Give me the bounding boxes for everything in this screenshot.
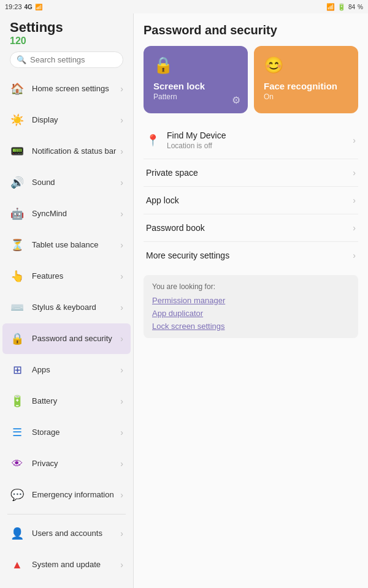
tablet-use-balance-arrow: › [120, 240, 123, 250]
users-accounts-icon: 👤 [9, 525, 26, 542]
system-update-icon: ▲ [9, 556, 26, 573]
apps-icon: ⊞ [9, 361, 26, 379]
list-items-container: 📍Find My DeviceLocation is off›Private s… [144, 122, 358, 269]
find-my-device-title: Find My Device [167, 130, 353, 140]
privacy-arrow: › [120, 459, 123, 469]
battery-label: Battery [32, 396, 120, 407]
home-screen-label: Home screen settings [32, 84, 120, 94]
users-accounts-arrow: › [120, 529, 123, 538]
display-label: Display [32, 115, 120, 126]
stylus-keyboard-icon: ⌨️ [9, 299, 26, 316]
sidebar-item-notification-status-bar[interactable]: 📟Notification & status bar› [2, 136, 131, 167]
private-space-arrow: › [353, 168, 356, 178]
sidebar-item-password-security[interactable]: 🔒Password and security› [2, 323, 131, 354]
card-grid: 🔒Screen lockPattern⚙😊Face recognitionOn [144, 46, 358, 113]
apps-arrow: › [120, 365, 123, 375]
stylus-keyboard-label: Stylus & keyboard [32, 303, 120, 313]
list-item-private-space[interactable]: Private space› [144, 159, 358, 187]
app-lock-content: App lock [146, 195, 353, 205]
sidebar-divider [7, 514, 126, 514]
tablet-use-balance-icon: ⏳ [9, 236, 26, 254]
more-security-title: More security settings [146, 251, 353, 260]
card-face-recognition-icon: 😊 [264, 56, 348, 75]
sound-label: Sound [32, 178, 120, 188]
password-book-title: Password book [146, 223, 353, 233]
main-container: Settings 120 🔍 🏠Home screen settings›☀️D… [0, 13, 368, 588]
sidebar-item-system-update[interactable]: ▲System and update› [2, 549, 131, 580]
sidebar-item-sound[interactable]: 🔊Sound› [2, 167, 131, 198]
find-my-device-icon: 📍 [146, 134, 159, 147]
storage-label: Storage [32, 428, 120, 438]
find-my-device-content: Find My DeviceLocation is off [167, 130, 353, 150]
list-item-find-my-device[interactable]: 📍Find My DeviceLocation is off› [144, 122, 358, 159]
sidebar-item-about-tablet[interactable]: ℹAbout tablet› [2, 581, 131, 588]
battery-icon: 🔋 [337, 3, 346, 11]
emergency-info-icon: 💬 [9, 486, 26, 503]
card-face-recognition-label: Face recognition [264, 81, 348, 91]
card-screen-lock-label: Screen lock [153, 81, 238, 91]
battery-icon: 🔋 [9, 393, 26, 410]
sidebar-subtitle: 120 [10, 36, 123, 47]
card-screen-lock[interactable]: 🔒Screen lockPattern⚙ [144, 46, 248, 113]
private-space-title: Private space [146, 168, 353, 178]
sidebar-items-container: 🏠Home screen settings›☀️Display›📟Notific… [0, 73, 133, 588]
battery-arrow: › [120, 396, 123, 406]
find-my-device-arrow: › [353, 135, 356, 145]
status-bar: 19:23 4G 📶 📶 🔋 84% [0, 0, 368, 13]
privacy-label: Privacy [32, 459, 120, 469]
suggestion-link-0[interactable]: Permission manager [152, 296, 350, 305]
status-time: 19:23 [5, 3, 22, 10]
sidebar-item-stylus-keyboard[interactable]: ⌨️Stylus & keyboard› [2, 292, 131, 323]
more-security-content: More security settings [146, 251, 353, 260]
network-indicator: 4G [25, 4, 33, 10]
list-item-app-lock[interactable]: App lock› [144, 187, 358, 214]
sidebar-item-emergency-info[interactable]: 💬Emergency information› [2, 480, 131, 510]
sidebar: Settings 120 🔍 🏠Home screen settings›☀️D… [0, 13, 134, 588]
password-security-arrow: › [120, 334, 123, 344]
sound-icon: 🔊 [9, 174, 26, 191]
privacy-icon: 👁 [9, 455, 26, 472]
sidebar-item-battery[interactable]: 🔋Battery› [2, 386, 131, 417]
apps-label: Apps [32, 365, 120, 375]
more-security-arrow: › [353, 251, 356, 260]
system-update-label: System and update [32, 560, 120, 570]
private-space-content: Private space [146, 168, 353, 178]
sound-arrow: › [120, 178, 123, 187]
sidebar-item-privacy[interactable]: 👁Privacy› [2, 448, 131, 479]
sidebar-item-display[interactable]: ☀️Display› [2, 105, 131, 135]
storage-arrow: › [120, 428, 123, 437]
app-lock-arrow: › [353, 195, 356, 205]
sidebar-item-storage[interactable]: ☰Storage› [2, 417, 131, 448]
syncmind-icon: 🤖 [9, 205, 26, 222]
battery-level: 84 [348, 4, 355, 10]
notification-status-bar-icon: 📟 [9, 143, 26, 160]
sidebar-item-users-accounts[interactable]: 👤Users and accounts› [2, 518, 131, 549]
card-face-recognition[interactable]: 😊Face recognitionOn [254, 46, 358, 113]
system-update-arrow: › [120, 560, 123, 570]
stylus-keyboard-arrow: › [120, 303, 123, 312]
display-icon: ☀️ [9, 111, 26, 129]
sidebar-item-home-screen[interactable]: 🏠Home screen settings› [2, 74, 131, 104]
sidebar-item-apps[interactable]: ⊞Apps› [2, 355, 131, 385]
suggestion-link-2[interactable]: Lock screen settings [152, 322, 350, 331]
home-screen-arrow: › [120, 84, 123, 94]
sidebar-item-syncmind[interactable]: 🤖SyncMind› [2, 198, 131, 229]
suggestion-links: Permission managerApp duplicatorLock scr… [152, 296, 350, 331]
search-input[interactable] [30, 55, 117, 64]
password-security-icon: 🔒 [9, 330, 26, 347]
features-icon: 👆 [9, 268, 26, 285]
display-arrow: › [120, 115, 123, 125]
suggestion-link-1[interactable]: App duplicator [152, 309, 350, 318]
tablet-use-balance-label: Tablet use balance [32, 240, 120, 251]
storage-icon: ☰ [9, 424, 26, 441]
status-icons: 📶 [35, 4, 42, 10]
list-item-more-security[interactable]: More security settings› [144, 242, 358, 269]
features-label: Features [32, 271, 120, 282]
gear-icon[interactable]: ⚙ [232, 94, 240, 106]
password-book-arrow: › [353, 223, 356, 233]
search-box[interactable]: 🔍 [10, 51, 123, 68]
sidebar-item-tablet-use-balance[interactable]: ⏳Tablet use balance› [2, 230, 131, 260]
suggestion-title: You are looking for: [152, 282, 350, 291]
sidebar-item-features[interactable]: 👆Features› [2, 261, 131, 292]
list-item-password-book[interactable]: Password book› [144, 214, 358, 242]
